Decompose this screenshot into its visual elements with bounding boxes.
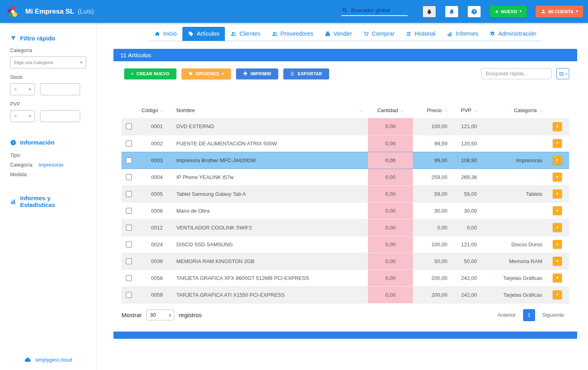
- column-header-precio[interactable]: Precio↑↓: [413, 102, 451, 118]
- pvp-operator-select[interactable]: = ▾: [10, 110, 35, 122]
- table-row[interactable]: 0024DISCO SSD SAMSUNG0,00100,00121,00Dis…: [121, 236, 569, 253]
- table-row[interactable]: 0001DVD EXTERNO0,00100,00121,00▾: [121, 118, 569, 135]
- tab-articulos[interactable]: Artículos: [182, 27, 225, 41]
- row-actions-button[interactable]: ▾: [553, 189, 562, 198]
- row-actions-button[interactable]: ▾: [553, 273, 562, 282]
- cell-checkbox: [121, 118, 137, 135]
- row-actions-button[interactable]: ▾: [553, 223, 562, 232]
- row-checkbox[interactable]: [126, 191, 132, 197]
- row-checkbox[interactable]: [126, 275, 132, 281]
- tab-clientes[interactable]: Clientes: [225, 27, 266, 41]
- tab-comprar[interactable]: Comprar: [358, 27, 400, 41]
- cell-nombre: TARJETA GRAFICA ATI X1550 PCI-EXPRESS: [176, 286, 368, 303]
- quick-search-input[interactable]: [481, 68, 552, 79]
- row-checkbox[interactable]: [126, 225, 132, 231]
- cell-pvp: 108,90: [451, 152, 480, 169]
- table-row[interactable]: 0006Mano de Obra0,0030,0030,00▾: [121, 202, 569, 219]
- row-checkbox[interactable]: [126, 123, 132, 129]
- cell-pvp: 0,00: [451, 219, 480, 236]
- tab-inicio[interactable]: Inicio: [149, 27, 182, 41]
- cell-checkbox: [121, 286, 137, 303]
- cell-nombre: DISCO SSD SAMSUNG: [176, 236, 368, 253]
- row-actions-button[interactable]: ▾: [553, 139, 562, 148]
- tab-label: Vender: [333, 30, 352, 37]
- imprimir-button[interactable]: IMPRIMIR: [236, 68, 278, 79]
- row-actions-button[interactable]: ▾: [553, 240, 562, 249]
- categoria-value-link[interactable]: Impresoras: [38, 162, 64, 168]
- global-search-input[interactable]: [351, 7, 408, 13]
- exportar-button[interactable]: EXPORTAR: [283, 68, 329, 79]
- column-header-nombre[interactable]: Nombre↑↓: [176, 102, 368, 118]
- simplygest-link[interactable]: simplygest.cloud: [35, 357, 72, 363]
- stock-label: Stock: [10, 74, 86, 80]
- tab-proveedores[interactable]: Proveedores: [266, 27, 319, 41]
- row-checkbox[interactable]: [126, 258, 132, 264]
- row-actions-button[interactable]: ▾: [553, 290, 562, 299]
- row-actions-button[interactable]: ▾: [553, 156, 562, 165]
- cell-cantidad: 0,00: [368, 202, 413, 219]
- row-checkbox[interactable]: [126, 141, 132, 147]
- cell-actions: ▾: [546, 253, 569, 269]
- page-size-select[interactable]: 30 ▴▾: [146, 310, 174, 320]
- tab-informes[interactable]: Informes: [441, 27, 484, 41]
- table-row[interactable]: 0005Tablet Samsung Galaxy Tab A0,0059,00…: [121, 185, 569, 202]
- row-checkbox[interactable]: [126, 292, 132, 298]
- table-row[interactable]: 0012VENTILADOR COOLINK SWIF20,000,000,00…: [121, 219, 569, 236]
- column-visibility-button[interactable]: ▾: [556, 68, 569, 79]
- export-icon: [290, 71, 295, 76]
- column-header-categoria[interactable]: Categoría↑↓: [480, 102, 546, 118]
- caret-down-icon: ▾: [556, 209, 558, 213]
- row-actions-button[interactable]: ▾: [553, 173, 562, 181]
- help-button[interactable]: [467, 6, 481, 18]
- cell-categoria: Tablets: [480, 185, 546, 202]
- cell-actions: ▾: [546, 185, 569, 202]
- nuevo-button[interactable]: + NUEVO ▾: [490, 6, 527, 18]
- page-1-button[interactable]: 1: [523, 309, 535, 321]
- row-actions-button[interactable]: ▾: [553, 122, 562, 131]
- crear-nuevo-button[interactable]: + CREAR NUEVO: [124, 68, 176, 79]
- column-header-cantidad[interactable]: Cantidad↑↓: [368, 102, 413, 118]
- caret-down-icon: ▾: [519, 10, 521, 13]
- row-actions-button[interactable]: ▾: [553, 206, 562, 215]
- table-row[interactable]: 0039MEMORIA RAM KINGSTON 2GB0,0050,0050,…: [121, 253, 569, 269]
- sort-icon: ↑↓: [444, 109, 447, 113]
- printer-icon: [243, 71, 248, 76]
- table-row[interactable]: 0003Impresora Brother MFC-J4420DW0,0099,…: [121, 152, 569, 169]
- column-header-pvp[interactable]: PVP↑↓: [451, 102, 480, 118]
- notifications-button[interactable]: [445, 6, 459, 18]
- table-row[interactable]: 0058TARJETA GRAFICA XFX 8600GT 512MB PCI…: [121, 269, 569, 286]
- columns-icon: [559, 71, 564, 76]
- header-actions-cell: [546, 102, 569, 118]
- row-checkbox[interactable]: [126, 241, 132, 247]
- table-row[interactable]: 0004IP Phone YEALINK t57w0,00259,00269,3…: [121, 169, 569, 185]
- tab-vender[interactable]: Vender: [319, 27, 358, 41]
- reports-link[interactable]: Informes y Estadísticas: [10, 195, 86, 208]
- company-name: Mi Empresa SL: [25, 8, 74, 16]
- cell-nombre: VENTILADOR COOLINK SWIF2: [176, 219, 368, 236]
- stock-value-input[interactable]: [40, 83, 80, 95]
- caret-down-icon: ▾: [556, 125, 558, 129]
- anterior-link[interactable]: Anterior: [497, 312, 516, 318]
- row-checkbox[interactable]: [126, 174, 132, 180]
- tab-administracion[interactable]: Administración: [484, 27, 542, 41]
- row-actions-button[interactable]: ▾: [553, 257, 562, 265]
- table-footer: Mostrar 30 ▴▾ registros Anterior 1 Sigui…: [113, 304, 577, 321]
- table-header-row: Código↑↓ Nombre↑↓ Cantidad↑↓ Precio↑↓: [121, 102, 569, 118]
- table-row[interactable]: 0002FUENTE DE ALIMENTACIÓN ATRIX 500W0,0…: [121, 135, 569, 152]
- tab-historial[interactable]: Historial: [400, 27, 441, 41]
- table-row[interactable]: 0059TARJETA GRAFICA ATI X1550 PCI-EXPRES…: [121, 286, 569, 303]
- tab-label: Administración: [498, 30, 536, 37]
- theme-button[interactable]: [422, 6, 436, 18]
- mi-cuenta-button[interactable]: MI CUENTA ▾: [535, 6, 583, 18]
- siguiente-link[interactable]: Siguiente: [542, 312, 564, 318]
- category-select[interactable]: Elige una Categoría ▾: [10, 56, 86, 68]
- stock-operator-select[interactable]: = ▾: [10, 83, 35, 95]
- column-header-codigo[interactable]: Código↑↓: [137, 102, 176, 118]
- registros-label: registros: [179, 312, 202, 318]
- opciones-button[interactable]: OPCIONES ▾: [182, 68, 231, 79]
- row-checkbox[interactable]: [126, 157, 132, 163]
- caret-down-icon: ▾: [565, 72, 567, 75]
- row-checkbox[interactable]: [126, 208, 132, 214]
- pvp-value-input[interactable]: [40, 110, 80, 122]
- sort-icon: ↑↓: [474, 109, 477, 113]
